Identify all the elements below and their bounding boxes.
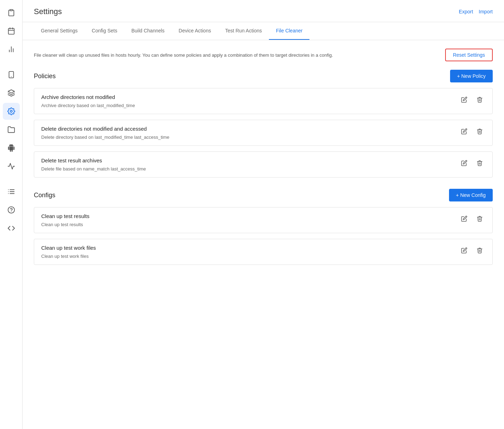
import-link[interactable]: Import	[479, 9, 493, 14]
configs-section: Configs + New Config Clean up test resul…	[34, 189, 493, 265]
tab-bar: General Settings Config Sets Build Chann…	[23, 22, 504, 40]
policy-card-2-delete-button[interactable]	[474, 157, 485, 169]
policy-card-2-actions	[459, 157, 485, 169]
config-card-0-edit-button[interactable]	[459, 213, 470, 224]
sidebar-item-android[interactable]	[3, 139, 20, 156]
config-card-0-title: Clean up test results	[41, 213, 90, 219]
svg-rect-8	[9, 72, 13, 78]
policies-title: Policies	[34, 73, 56, 80]
policy-card-2: Delete test result archives Delete file …	[34, 151, 493, 178]
policy-card-1-actions	[459, 126, 485, 137]
config-card-0-subtitle: Clean up test results	[41, 222, 90, 227]
policy-card-0-delete-button[interactable]	[474, 94, 485, 105]
config-card-0-delete-button[interactable]	[474, 213, 485, 224]
sidebar-item-list[interactable]	[3, 183, 20, 200]
policy-card-1-edit-button[interactable]	[459, 126, 470, 137]
policy-card-0-actions	[459, 94, 485, 105]
sidebar-item-phone[interactable]	[3, 66, 20, 83]
sidebar-item-help[interactable]	[3, 201, 20, 218]
policy-card-2-edit-button[interactable]	[459, 157, 470, 169]
description-text: File cleaner will clean up unused files …	[34, 52, 437, 58]
sidebar-item-layers[interactable]	[3, 85, 20, 101]
policy-card-0-content: Archive directories not modified Archive…	[41, 94, 135, 108]
config-card-1-title: Clean up test work files	[41, 245, 96, 251]
policy-card-1: Delete directories not modified and acce…	[34, 120, 493, 146]
config-card-1-actions	[459, 245, 485, 256]
policy-card-2-content: Delete test result archives Delete file …	[41, 157, 146, 172]
policy-card-1-title: Delete directories not modified and acce…	[41, 126, 169, 132]
tab-file-cleaner[interactable]: File Cleaner	[269, 22, 309, 40]
configs-header: Configs + New Config	[34, 189, 493, 201]
sidebar-item-clipboard[interactable]	[3, 4, 20, 21]
new-config-button[interactable]: + New Config	[449, 189, 493, 201]
config-card-1: Clean up test work files Clean up test w…	[34, 239, 493, 265]
policy-card-1-content: Delete directories not modified and acce…	[41, 126, 169, 140]
policy-card-1-subtitle: Delete directory based on last_modified_…	[41, 135, 169, 140]
new-policy-button[interactable]: + New Policy	[450, 70, 493, 82]
page-header: Settings Export Import	[23, 0, 504, 22]
svg-rect-1	[8, 29, 14, 35]
main-content: Settings Export Import General Settings …	[23, 0, 504, 429]
config-card-0-content: Clean up test results Clean up test resu…	[41, 213, 90, 227]
tab-general-settings[interactable]: General Settings	[34, 22, 85, 40]
sidebar-item-code[interactable]	[3, 220, 20, 237]
config-card-0: Clean up test results Clean up test resu…	[34, 207, 493, 233]
config-card-1-subtitle: Clean up test work files	[41, 254, 96, 259]
description-bar: File cleaner will clean up unused files …	[34, 49, 493, 61]
policies-section: Policies + New Policy Archive directorie…	[34, 70, 493, 178]
page-title: Settings	[34, 7, 62, 16]
tab-test-run-actions[interactable]: Test Run Actions	[218, 22, 269, 40]
policy-card-2-subtitle: Delete file based on name_match last_acc…	[41, 166, 146, 172]
policy-card-1-delete-button[interactable]	[474, 126, 485, 137]
sidebar-item-calendar[interactable]	[3, 23, 20, 39]
sidebar-item-barchart[interactable]	[3, 41, 20, 58]
policy-card-0: Archive directories not modified Archive…	[34, 88, 493, 114]
sidebar-item-activity[interactable]	[3, 158, 20, 175]
tab-device-actions[interactable]: Device Actions	[172, 22, 218, 40]
policy-card-2-title: Delete test result archives	[41, 157, 146, 163]
config-card-1-edit-button[interactable]	[459, 245, 470, 256]
reset-settings-button[interactable]: Reset Settings	[445, 49, 493, 61]
config-card-1-content: Clean up test work files Clean up test w…	[41, 245, 96, 259]
sidebar	[0, 0, 23, 429]
config-card-1-delete-button[interactable]	[474, 245, 485, 256]
svg-marker-10	[8, 90, 14, 93]
tab-build-channels[interactable]: Build Channels	[124, 22, 172, 40]
policy-card-0-edit-button[interactable]	[459, 94, 470, 105]
policies-header: Policies + New Policy	[34, 70, 493, 82]
sidebar-item-folder[interactable]	[3, 121, 20, 138]
policy-card-0-title: Archive directories not modified	[41, 94, 135, 100]
svg-point-11	[10, 110, 12, 112]
tab-config-sets[interactable]: Config Sets	[85, 22, 124, 40]
svg-rect-0	[10, 10, 12, 11]
content-area: File cleaner will clean up unused files …	[23, 40, 504, 429]
sidebar-item-settings[interactable]	[3, 103, 20, 120]
configs-title: Configs	[34, 192, 55, 199]
policy-card-0-subtitle: Archive directory based on last_modified…	[41, 103, 135, 108]
config-card-0-actions	[459, 213, 485, 224]
export-link[interactable]: Export	[459, 9, 473, 14]
header-actions: Export Import	[459, 9, 493, 14]
